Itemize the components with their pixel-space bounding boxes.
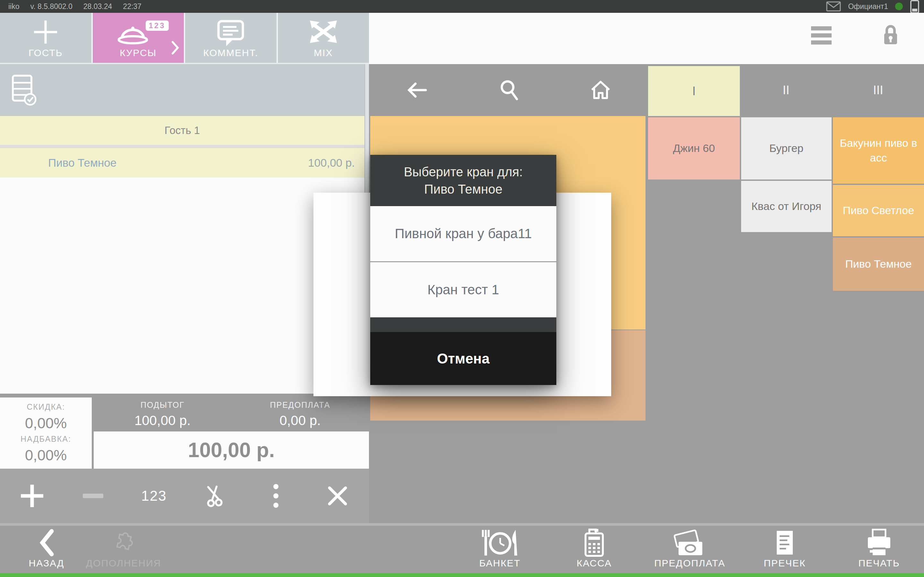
- money-icon: [671, 529, 709, 556]
- dialog-spacer: [370, 318, 556, 332]
- menu-tab-3[interactable]: III: [832, 64, 924, 116]
- order-total: 100,00 р.: [94, 432, 369, 469]
- increase-quantity-button[interactable]: [19, 484, 45, 508]
- more-options-kebab-icon[interactable]: [273, 484, 279, 508]
- delete-item-button[interactable]: [327, 485, 348, 506]
- order-actions-bar: ГОСТЬ 123 КУРСЫ КОММЕНТ. MIX: [0, 13, 369, 64]
- menu-item-gin[interactable]: Джин 60: [648, 117, 740, 179]
- courses-count-badge: 123: [145, 21, 169, 31]
- menu-item-burger[interactable]: Бургер: [741, 117, 832, 179]
- current-user[interactable]: Официант1: [848, 2, 888, 11]
- cash-register-button-label: КАССА: [577, 558, 612, 569]
- tap-option-bar-label: Пивной кран у бара11: [395, 226, 531, 242]
- discount-value: 0,00%: [25, 414, 67, 432]
- menu-hamburger-icon[interactable]: [811, 26, 832, 47]
- decrease-quantity-button[interactable]: [83, 494, 103, 498]
- dialog-title-line2: Пиво Темное: [424, 181, 502, 198]
- online-status-icon: [895, 3, 903, 10]
- home-icon[interactable]: [590, 80, 611, 100]
- precheck-button[interactable]: ПРЕЧЕК: [740, 529, 830, 569]
- receipt-icon: [774, 529, 795, 556]
- menu-item-dark-beer[interactable]: Пиво Темное: [833, 237, 924, 291]
- printer-icon: [865, 529, 893, 556]
- addons-button[interactable]: ДОПОЛНЕНИЯ: [79, 529, 168, 569]
- order-item-name: Пиво Темное: [48, 156, 116, 169]
- subtotal-value: 100,00 р.: [134, 413, 191, 428]
- tap-option-test[interactable]: Кран тест 1: [370, 262, 556, 318]
- app-version: v. 8.5.8002.0: [31, 2, 73, 11]
- tap-option-test-label: Кран тест 1: [427, 282, 499, 298]
- prepayment-value: 0,00 р.: [279, 413, 320, 428]
- cash-register-icon: [582, 529, 606, 556]
- menu-tab-1[interactable]: I: [648, 66, 740, 116]
- comment-icon: [216, 19, 246, 48]
- order-item-price: 100,00 р.: [308, 156, 355, 169]
- chevron-left-icon: [39, 529, 54, 556]
- app-name: iiko: [8, 2, 19, 11]
- menu-item-kvas[interactable]: Квас от Игоря: [741, 181, 832, 232]
- pos-app: iiko v. 8.5.8002.0 28.03.24 22:37 Официа…: [0, 0, 924, 577]
- menu-tab-3-label: III: [873, 83, 883, 97]
- dialog-title-line1: Выберите кран для:: [404, 163, 523, 181]
- mix-button[interactable]: MIX: [278, 13, 369, 63]
- menu-item-bakunin-beer[interactable]: Бакунин пиво в асс: [833, 117, 924, 184]
- chevron-right-icon[interactable]: [171, 40, 179, 55]
- search-icon[interactable]: [499, 80, 518, 100]
- lock-icon[interactable]: [882, 24, 900, 46]
- cash-register-button[interactable]: КАССА: [549, 529, 639, 569]
- guest-section-label: Гость 1: [165, 124, 200, 137]
- screen-header: [369, 13, 924, 64]
- print-button-label: ПЕЧАТЬ: [858, 558, 900, 569]
- item-toolbar: 123: [0, 469, 369, 523]
- mail-icon[interactable]: [826, 1, 841, 11]
- mix-button-label: MIX: [314, 47, 333, 58]
- subtotal-label: ПОДЫТОГ: [141, 400, 184, 410]
- banquet-button[interactable]: БАНКЕТ: [455, 529, 545, 569]
- menu-tab-1-label: I: [692, 84, 696, 98]
- order-info-header[interactable]: 22:35 Не задан 364 1 Официант1 1 123: [0, 64, 365, 116]
- plus-icon: [32, 19, 59, 45]
- order-items-panel: Гость 1 Пиво Темное 100,00 р.: [0, 116, 365, 394]
- add-guest-button[interactable]: ГОСТЬ: [0, 13, 93, 63]
- order-list-icon: [11, 74, 37, 107]
- discount-panel[interactable]: СКИДКА: 0,00% НАДБАВКА: 0,00%: [0, 398, 92, 469]
- comment-button[interactable]: КОММЕНТ.: [185, 13, 278, 63]
- order-item-row[interactable]: Пиво Темное 100,00 р.: [0, 148, 365, 177]
- tap-option-bar[interactable]: Пивной кран у бара11: [370, 206, 556, 261]
- menu-item-light-beer[interactable]: Пиво Светлое: [833, 185, 924, 236]
- courses-button[interactable]: 123 КУРСЫ: [93, 13, 186, 63]
- menu-tab-2[interactable]: II: [740, 64, 832, 116]
- puzzle-icon: [110, 529, 137, 556]
- order-total-value: 100,00 р.: [188, 438, 275, 462]
- bottom-nav-bar: НАЗАД ДОПОЛНЕНИЯ БАНКЕТ КАССА: [0, 526, 924, 573]
- menu-item-dark-beer-label: Пиво Темное: [845, 257, 911, 271]
- banquet-button-label: БАНКЕТ: [479, 558, 521, 569]
- cancel-button-label: Отмена: [437, 351, 489, 367]
- print-button[interactable]: ПЕЧАТЬ: [834, 529, 924, 569]
- title-bar: iiko v. 8.5.8002.0 28.03.24 22:37 Официа…: [0, 0, 924, 13]
- quantity-numpad-button[interactable]: 123: [141, 488, 166, 504]
- battery-icon: [910, 0, 919, 14]
- current-time: 22:37: [123, 2, 142, 11]
- markup-label: НАДБАВКА:: [21, 434, 71, 444]
- guest-section-header[interactable]: Гость 1: [0, 116, 365, 145]
- addons-button-label: ДОПОЛНЕНИЯ: [86, 558, 161, 569]
- cancel-button[interactable]: Отмена: [370, 332, 556, 385]
- menu-item-burger-label: Бургер: [769, 141, 804, 156]
- scissors-split-button[interactable]: [203, 485, 226, 507]
- menu-item-light-beer-label: Пиво Светлое: [843, 203, 914, 218]
- courses-button-label: КУРСЫ: [120, 47, 157, 58]
- dialog-title: Выберите кран для: Пиво Темное: [370, 155, 556, 206]
- guest-button-label: ГОСТЬ: [29, 47, 63, 58]
- nav-separator: [0, 523, 924, 526]
- status-green-bar: [0, 573, 924, 577]
- back-arrow-icon[interactable]: [407, 81, 428, 99]
- menu-item-kvas-label: Квас от Игоря: [751, 199, 821, 214]
- row-divider: [0, 145, 365, 148]
- prepayment-button[interactable]: ПРЕДОПЛАТА: [645, 529, 735, 569]
- subtotal-band: ПОДЫТОГ 100,00 р. ПРЕДОПЛАТА 0,00 р.: [94, 398, 369, 431]
- back-button[interactable]: НАЗАД: [2, 529, 91, 569]
- menu-tab-2-label: II: [782, 83, 789, 97]
- tap-select-dialog: Выберите кран для: Пиво Темное Пивной кр…: [370, 155, 556, 385]
- comment-button-label: КОММЕНТ.: [204, 47, 258, 58]
